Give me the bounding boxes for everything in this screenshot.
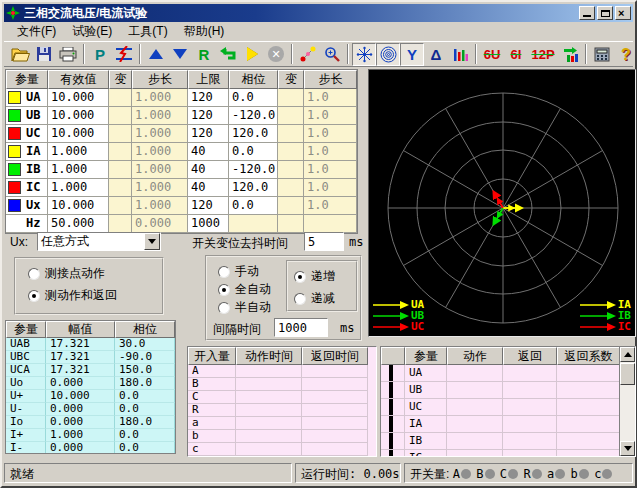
radio-semi-auto[interactable]: 半自动 — [218, 299, 271, 316]
step-cell[interactable]: 1.000 — [132, 179, 188, 197]
vary-cell[interactable] — [109, 89, 132, 107]
phase-cell[interactable]: 0.0 — [229, 143, 278, 161]
step-cell[interactable]: 1.000 — [132, 107, 188, 125]
six-voltage-button[interactable]: 6U — [480, 43, 504, 66]
limit-cell[interactable]: 120 — [188, 197, 229, 215]
undo-button[interactable] — [216, 43, 240, 66]
vary-cell[interactable] — [109, 161, 132, 179]
checkbox[interactable] — [389, 416, 393, 432]
circles-view-button[interactable] — [376, 43, 400, 66]
vector-diagram-button[interactable] — [296, 43, 320, 66]
rms-cell[interactable]: 10.000 — [48, 89, 109, 107]
rms-cell[interactable]: 10.000 — [48, 197, 109, 215]
step-cell[interactable]: 1.000 — [132, 125, 188, 143]
vary-cell[interactable] — [278, 143, 304, 161]
step-cell[interactable]: 0.000 — [132, 215, 188, 233]
limit-cell[interactable]: 40 — [188, 179, 229, 197]
twelve-phase-button[interactable]: 12P — [528, 43, 558, 66]
step-cell[interactable]: 1.000 — [132, 143, 188, 161]
help-button[interactable]: ? — [614, 43, 637, 66]
limit-cell[interactable]: 40 — [188, 161, 229, 179]
lower-button[interactable] — [168, 43, 192, 66]
radio-manual[interactable]: 手动 — [218, 263, 259, 280]
vary-cell[interactable] — [278, 107, 304, 125]
save-button[interactable] — [32, 43, 56, 66]
vary-cell[interactable] — [109, 215, 132, 233]
phase-step-cell[interactable]: 1.0 — [304, 107, 357, 125]
scrollbar-thumb[interactable] — [620, 363, 635, 385]
limit-cell[interactable]: 120 — [188, 125, 229, 143]
limit-cell[interactable]: 120 — [188, 107, 229, 125]
limit-cell[interactable]: 120 — [188, 89, 229, 107]
vary-cell[interactable] — [278, 161, 304, 179]
vary-cell[interactable] — [109, 107, 132, 125]
start-button[interactable] — [240, 43, 264, 66]
reset-button[interactable]: R — [192, 43, 216, 66]
maximize-button[interactable] — [597, 6, 613, 20]
menu-test[interactable]: 试验(E) — [65, 21, 119, 42]
scroll-up-button[interactable] — [620, 347, 635, 362]
radio-decrease[interactable]: 递减 — [294, 290, 335, 307]
radio-contact-action[interactable]: 测接点动作 — [28, 265, 105, 282]
phase-step-cell[interactable]: 1.0 — [304, 197, 357, 215]
calculator-button[interactable] — [590, 43, 614, 66]
six-current-button[interactable]: 6I — [504, 43, 528, 66]
vary-cell[interactable] — [278, 197, 304, 215]
short-circuit-button[interactable] — [112, 43, 136, 66]
checkbox[interactable] — [389, 365, 393, 381]
zoom-button[interactable] — [320, 43, 344, 66]
bar-chart-button[interactable] — [448, 43, 472, 66]
radio-increase[interactable]: 递增 — [294, 268, 335, 285]
phase-step-cell[interactable]: 1.0 — [304, 89, 357, 107]
rays-view-button[interactable] — [352, 43, 376, 66]
interval-input[interactable] — [274, 318, 328, 337]
vary-cell[interactable] — [109, 125, 132, 143]
y-connection-button[interactable]: Y — [400, 43, 424, 66]
open-button[interactable] — [8, 43, 32, 66]
vary-cell[interactable] — [278, 215, 304, 233]
print-button[interactable] — [56, 43, 80, 66]
close-button[interactable]: × — [615, 6, 631, 20]
rms-cell[interactable]: 10.000 — [48, 125, 109, 143]
vary-cell[interactable] — [278, 125, 304, 143]
rms-cell[interactable]: 1.000 — [48, 161, 109, 179]
phase-cell[interactable]: 0.0 — [229, 89, 278, 107]
menu-help[interactable]: 帮助(H) — [177, 21, 232, 42]
combo-dropdown-button[interactable] — [144, 233, 160, 250]
checkbox[interactable] — [389, 382, 393, 398]
rms-cell[interactable]: 10.000 — [48, 107, 109, 125]
vary-cell[interactable] — [109, 143, 132, 161]
result-table-scrollbar[interactable] — [619, 347, 635, 456]
delta-connection-button[interactable]: Δ — [424, 43, 448, 66]
checkbox[interactable] — [389, 399, 393, 415]
rms-cell[interactable]: 1.000 — [48, 143, 109, 161]
limit-cell[interactable]: 1000 — [188, 215, 229, 233]
step-cell[interactable]: 1.000 — [132, 161, 188, 179]
limit-cell[interactable]: 40 — [188, 143, 229, 161]
scroll-down-button[interactable] — [620, 441, 635, 456]
parameter-setup-button[interactable]: P — [88, 43, 112, 66]
radio-action-and-return[interactable]: 测动作和返回 — [28, 287, 117, 304]
phase-cell[interactable]: 0.0 — [229, 197, 278, 215]
phase-cell[interactable]: 120.0 — [229, 125, 278, 143]
raise-button[interactable] — [144, 43, 168, 66]
phase-step-cell[interactable] — [304, 215, 357, 233]
menu-file[interactable]: 文件(F) — [10, 21, 63, 42]
checkbox[interactable] — [389, 450, 393, 457]
phase-cell[interactable] — [229, 215, 278, 233]
checkbox[interactable] — [389, 433, 393, 449]
vary-cell[interactable] — [278, 89, 304, 107]
step-cell[interactable]: 1.000 — [132, 197, 188, 215]
phase-step-cell[interactable]: 1.0 — [304, 125, 357, 143]
phase-step-cell[interactable]: 1.0 — [304, 143, 357, 161]
phase-step-cell[interactable]: 1.0 — [304, 179, 357, 197]
output-status-button[interactable] — [558, 43, 582, 66]
ux-mode-combobox[interactable]: 任意方式 — [37, 232, 161, 251]
rms-cell[interactable]: 50.000 — [48, 215, 109, 233]
phase-cell[interactable]: -120.0 — [229, 107, 278, 125]
vary-cell[interactable] — [109, 179, 132, 197]
vary-cell[interactable] — [278, 179, 304, 197]
debounce-input[interactable] — [304, 232, 344, 251]
vary-cell[interactable] — [109, 197, 132, 215]
phase-cell[interactable]: -120.0 — [229, 161, 278, 179]
